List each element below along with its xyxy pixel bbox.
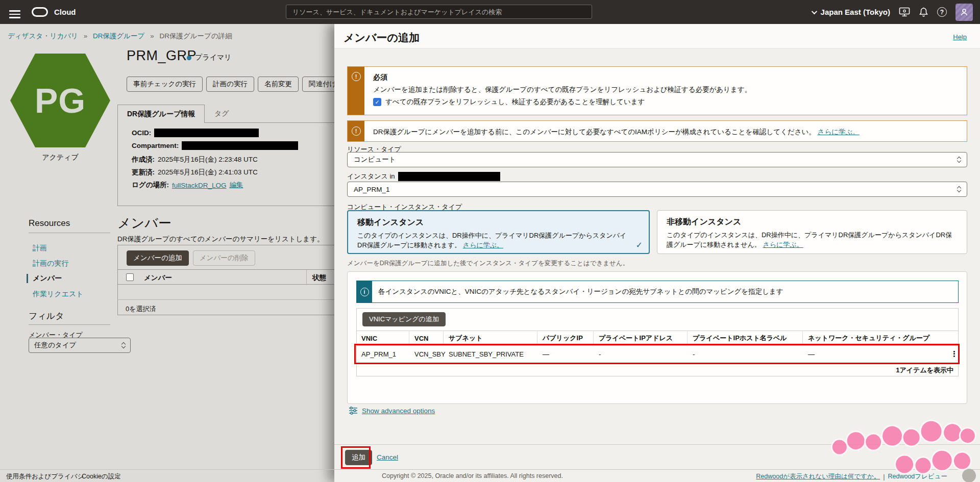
selected-checkmark-icon: ✓ [636,240,643,250]
help-icon[interactable]: ? [937,7,947,17]
compartment-redaction-bar [398,172,500,181]
page-title: PRM_GRP [127,48,197,64]
instance-label: インスタンス in [347,172,395,181]
iam-notice-box: ! DR保護グループにメンバーを追加する前に、このメンバーに対して必要なすべての… [347,120,967,142]
notifications-bell-icon[interactable] [919,7,928,17]
warning-bar: ! [348,67,364,115]
ocid-redaction-bar [154,129,259,137]
member-type-value: 任意のタイプ [34,341,76,350]
redwood-footer-links: Redwoodが表示されない理由は何ですか。 | Redwoodプレビュー [756,472,947,481]
log-edit-link[interactable]: 編集 [230,181,243,190]
breadcrumb-dr-protection-groups[interactable]: DR保護グループ [93,32,144,40]
region-selector[interactable]: Japan East (Tokyo) [812,8,890,16]
compartment-redaction-bar [182,141,298,150]
updated-value: 2025年5月16日(金) 2:41:03 UTC [158,168,258,177]
oracle-logo-icon[interactable] [32,7,48,19]
subnet-column-header: サブネット [444,331,537,346]
hamburger-menu-icon[interactable] [9,8,20,20]
resource-type-select[interactable]: コンピュート [347,152,967,167]
non-moving-learn-more-link[interactable]: さらに学ぶ。 [763,241,803,248]
required-notice-title: 必須 [373,73,387,82]
delete-member-button[interactable]: メンバーの削除 [193,250,255,266]
updated-label: 更新済: [132,168,155,177]
footer-divider [0,469,980,470]
role-badge: プライマリ [187,53,232,62]
select-stepper-icon [958,157,961,162]
tab-tags[interactable]: タグ [214,109,229,118]
floating-widget-button[interactable] [962,469,976,482]
breadcrumb-disaster-recovery[interactable]: ディザスタ・リカバリ [8,32,78,40]
select-all-checkbox[interactable] [126,273,134,281]
refresh-ack-checkbox[interactable]: ✓ [373,98,381,106]
add-vnic-mapping-button[interactable]: VNICマッピングの追加 [362,312,446,326]
required-notice-body: メンバーを追加または削除すると、保護グループのすべての既存プランをリフレッシュお… [373,85,751,94]
state-column-header: 状態 [312,273,326,283]
nsg-column-header: ネットワーク・セキュリティ・グループ [803,331,959,346]
refresh-ack-checkbox-row: ✓ すべての既存プランをリフレッシュし、検証する必要があることを理解しています [373,97,645,107]
detail-log-row: ログの場所: fullStackDR_LOG 編集 [132,181,243,190]
entity-badge-label: PG [35,81,86,120]
detail-ocid-row: OCID: [132,129,259,137]
tab-dr-protection-group-info[interactable]: DR保護グループ情報 [117,105,205,123]
non-moving-instance-text: このタイプのインスタンスは、DR操作中に、プライマリDR保護グループからスタンバ… [667,231,952,248]
terms-privacy-link[interactable]: 使用条件およびプライバシ [6,472,84,481]
members-toolbar: メンバーの追加 メンバーの削除 [127,250,255,266]
cancel-link[interactable]: Cancel [377,453,398,461]
moving-instance-title: 移動インスタンス [357,217,640,228]
warning-icon: ! [352,72,361,81]
moving-learn-more-link[interactable]: さらに学ぶ。 [463,241,503,249]
cloud-shell-icon[interactable] [899,7,910,17]
public-ip-column-header: パブリックIP [537,331,594,346]
region-label: Japan East (Tokyo) [821,8,890,16]
non-moving-instance-card[interactable]: 非移動インスタンス このタイプのインスタンスは、DR操作中に、プライマリDR保護… [657,210,967,254]
add-member-button[interactable]: メンバーの追加 [127,250,189,266]
detail-created-row: 作成済: 2025年5月16日(金) 2:23:48 UTC [132,155,258,164]
instance-label-row: インスタンス in [347,172,500,181]
panel-help-link[interactable]: Help [953,33,967,41]
resources-heading: Resources [29,218,70,229]
cookie-preferences-link[interactable]: Cookieの設定 [82,472,121,481]
iam-learn-more-link[interactable]: さらに学ぶ。 [818,128,860,136]
moving-instance-card[interactable]: 移動インスタンス このタイプのインスタンスは、DR操作中に、プライマリDR保護グ… [347,210,650,254]
private-ip-hostname-column-header: プライベートIPホスト名ラベル [688,331,803,346]
disassociate-button[interactable]: 関連付け解除 [302,77,335,92]
row-actions-kebab-icon[interactable]: ⋮ [950,349,958,359]
breadcrumb: ディザスタ・リカバリ » DR保護グループ » DR保護グループの詳細 [8,32,232,41]
sidebar-item-work-requests[interactable]: 作業リクエスト [33,290,84,299]
run-plan-button[interactable]: 計画の実行 [206,77,254,92]
run-prechecks-button[interactable]: 事前チェックの実行 [127,77,203,92]
warning-icon: ! [352,126,361,136]
vnic-table: VNIC VCN サブネット パブリックIP プライベートIPアドレス プライベ… [356,331,959,363]
iam-notice-body: DR保護グループにメンバーを追加する前に、このメンバーに対して必要なすべてのIA… [373,128,860,137]
rename-button[interactable]: 名前変更 [258,77,299,92]
iam-notice-text: DR保護グループにメンバーを追加する前に、このメンバーに対して必要なすべてのIA… [373,128,816,136]
moving-instance-description: このタイプのインスタンスは、DR操作中に、プライマリDR保護グループからスタンバ… [357,231,633,250]
resources-divider [29,233,110,233]
breadcrumb-separator: » [84,32,88,40]
vnic-info-box: i 各インスタンスのVNICと、VNICのアタッチ先となるスタンバイ・リージョン… [356,281,959,303]
log-group-link[interactable]: fullStackDR_LOG [172,182,227,189]
member-type-select[interactable]: 任意のタイプ [29,338,131,353]
oci-console-screen: Cloud Japan East (Tokyo) ? ディザスタ・リカバリ » … [0,0,980,482]
sidebar-item-plans[interactable]: 計画 [33,244,47,253]
vnic-info-text: 各インスタンスのVNICと、VNICのアタッチ先となるスタンバイ・リージョンの宛… [378,281,783,302]
panel-footer-divider [334,444,980,445]
sidebar-item-plan-executions[interactable]: 計画の実行 [33,259,68,268]
role-status-dot-icon [187,56,191,60]
sidebar-item-members[interactable]: メンバー [27,274,62,283]
global-search-input[interactable] [286,5,592,19]
advanced-options-row: Show advanced options [349,407,435,415]
panel-title: メンバーの追加 [344,31,420,45]
filter-divider [29,324,110,325]
user-avatar[interactable] [955,4,973,21]
redwood-separator: | [883,473,885,480]
created-label: 作成済: [132,155,155,164]
add-submit-button[interactable]: 追加 [345,450,372,465]
vnic-cell: AP_PRM_1 [356,346,409,363]
show-advanced-options-link[interactable]: Show advanced options [362,407,435,415]
public-ip-cell: — [537,346,594,363]
instance-select[interactable]: AP_PRM_1 [347,182,967,197]
redwood-preview-link[interactable]: Redwoodプレビュー [888,472,948,481]
vcn-column-header: VCN [409,331,444,346]
redwood-question-link[interactable]: Redwoodが表示されない理由は何ですか。 [756,472,880,481]
